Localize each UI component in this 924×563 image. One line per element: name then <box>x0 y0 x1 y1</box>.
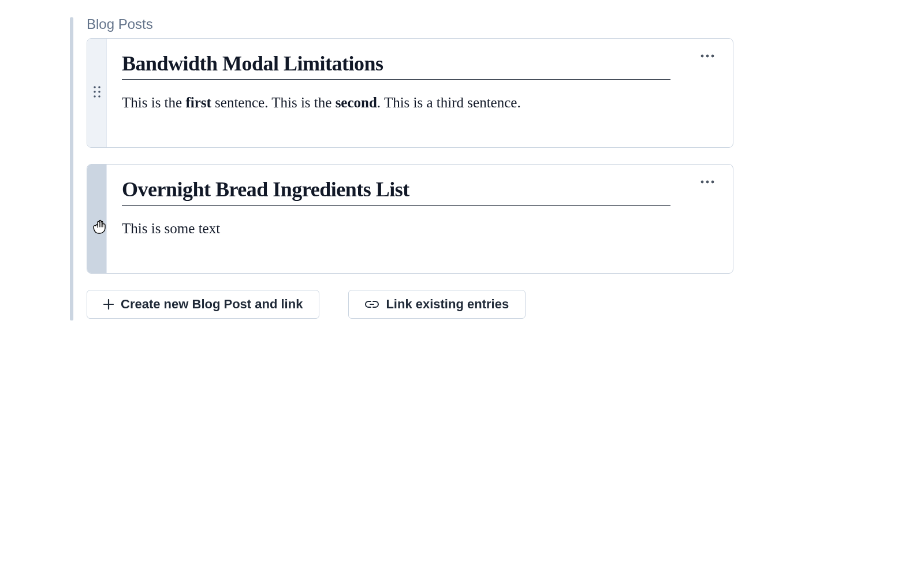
svg-point-11 <box>711 181 714 184</box>
cards-list: Bandwidth Modal Limitations This is the … <box>87 38 733 274</box>
svg-point-7 <box>706 55 709 58</box>
button-label: Link existing entries <box>386 298 509 311</box>
text-fragment: This is the <box>122 95 185 110</box>
text-fragment: . This is a third sentence. <box>377 95 521 110</box>
create-new-blog-post-button[interactable]: Create new Blog Post and link <box>87 290 319 319</box>
svg-point-2 <box>94 91 96 93</box>
svg-point-3 <box>98 91 100 93</box>
card-menu-button[interactable] <box>697 173 718 189</box>
card-title: Overnight Bread Ingredients List <box>122 177 692 202</box>
section-label: Blog Posts <box>87 16 924 32</box>
card-text: This is some text <box>122 218 692 239</box>
buttons-row: Create new Blog Post and link Link exist… <box>87 290 924 319</box>
card-menu-button[interactable] <box>697 47 718 63</box>
card-overnight-bread-ingredients-list[interactable]: Overnight Bread Ingredients List This is… <box>87 164 733 274</box>
card-bandwidth-modal-limitations[interactable]: Bandwidth Modal Limitations This is the … <box>87 38 733 148</box>
card-divider <box>122 79 670 80</box>
text-fragment: sentence. This is the <box>211 95 336 110</box>
drag-handle-icon <box>93 85 101 100</box>
text-bold: first <box>185 95 211 110</box>
link-existing-entries-button[interactable]: Link existing entries <box>348 290 526 319</box>
svg-point-8 <box>711 55 714 58</box>
button-label: Create new Blog Post and link <box>121 298 303 311</box>
drag-handle[interactable] <box>87 39 107 147</box>
card-body: Bandwidth Modal Limitations This is the … <box>107 39 733 147</box>
svg-point-9 <box>701 181 704 184</box>
left-rail <box>70 17 73 320</box>
text-bold: second <box>336 95 377 110</box>
plus-icon <box>103 299 114 310</box>
svg-point-0 <box>94 86 96 88</box>
card-divider <box>122 205 670 206</box>
drag-handle[interactable] <box>87 165 107 273</box>
svg-point-6 <box>701 55 704 58</box>
card-text: This is the first sentence. This is the … <box>122 92 692 113</box>
card-title: Bandwidth Modal Limitations <box>122 51 692 76</box>
svg-point-10 <box>706 181 709 184</box>
svg-point-1 <box>98 86 100 88</box>
more-horizontal-icon <box>701 50 714 60</box>
more-horizontal-icon <box>701 176 714 186</box>
svg-point-4 <box>94 95 96 98</box>
link-icon <box>365 300 379 308</box>
svg-point-5 <box>98 95 100 98</box>
card-body: Overnight Bread Ingredients List This is… <box>107 165 733 273</box>
